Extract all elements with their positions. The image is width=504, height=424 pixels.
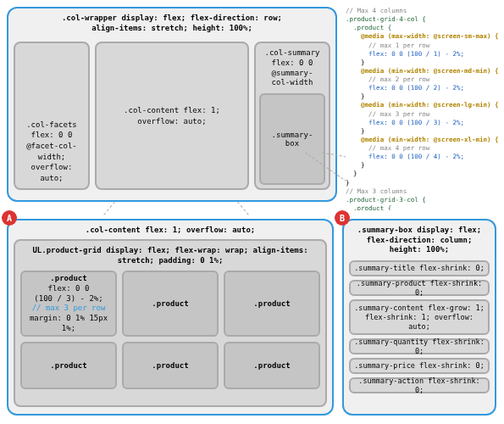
col-wrapper-label: .col-wrapper display: flex; flex-directi… bbox=[14, 14, 330, 33]
col-summary-label: .col-summaryflex: 0 0@summary-col-width bbox=[259, 47, 325, 90]
col-wrapper-diagram: .col-wrapper display: flex; flex-directi… bbox=[7, 7, 337, 202]
summary-title-box: .summary-title flex-shrink: 0; bbox=[349, 260, 490, 276]
summary-price-box: .summary-price flex-shrink: 0; bbox=[349, 358, 490, 374]
summary-action-box: .summary-action flex-shrink: 0; bbox=[349, 377, 490, 393]
summary-content-box: .summary-content flex-grow: 1;flex-shrin… bbox=[349, 299, 490, 335]
product-cell: .product bbox=[122, 342, 219, 389]
product-cell: .product bbox=[224, 342, 320, 389]
product-grid-box: UL.product-grid display: flex; flex-wrap… bbox=[14, 239, 327, 407]
summary-box-diagram: .summary-box display: flex;flex-directio… bbox=[342, 219, 496, 416]
product-cell: .product bbox=[224, 271, 320, 337]
callout-badge-b: B bbox=[335, 210, 350, 226]
summary-quantity-box: .summary-quantity flex-shrink: 0; bbox=[349, 338, 490, 354]
product-cell-detailed: .product flex: 0 0(100 / 3) - 2%; // max… bbox=[20, 271, 117, 337]
summary-box-inner: .summary-box bbox=[259, 93, 325, 185]
product-grid-label: UL.product-grid display: flex; flex-wrap… bbox=[20, 246, 320, 265]
connector-line bbox=[103, 202, 115, 215]
col-content-diagram: .col-content flex: 1; overflow: auto; UL… bbox=[7, 219, 334, 416]
col-summary-box: .col-summaryflex: 0 0@summary-col-width … bbox=[254, 42, 330, 190]
callout-badge-a: A bbox=[2, 210, 17, 226]
connector-line bbox=[237, 202, 249, 215]
product-row: .product .product .product bbox=[20, 342, 320, 389]
col-wrapper-columns: .col-facetsflex: 0 0@facet-col-width;ove… bbox=[14, 42, 330, 190]
col-facets-box: .col-facetsflex: 0 0@facet-col-width;ove… bbox=[14, 42, 90, 190]
less-code-panel: // Max 4 columns .product-grid-4-col { .… bbox=[346, 7, 498, 210]
col-content-header: .col-content flex: 1; overflow: auto; bbox=[14, 226, 327, 234]
product-cell: .product bbox=[20, 342, 117, 389]
product-row: .product flex: 0 0(100 / 3) - 2%; // max… bbox=[20, 271, 320, 337]
product-cell: .product bbox=[122, 271, 219, 337]
summary-box-header: .summary-box display: flex;flex-directio… bbox=[349, 226, 490, 255]
col-content-box: .col-content flex: 1;overflow: auto; bbox=[95, 42, 249, 190]
summary-product-box: .summary-product flex-shrink: 0; bbox=[349, 280, 490, 296]
